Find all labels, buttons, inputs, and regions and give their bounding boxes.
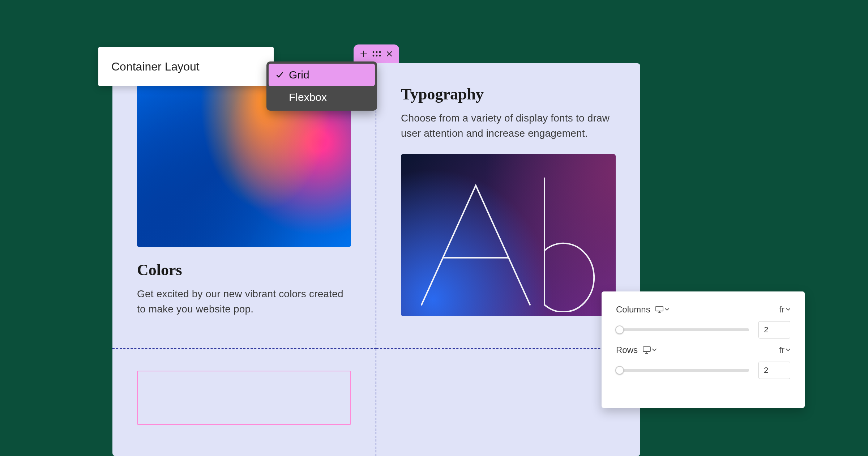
columns-value: 2 (764, 325, 768, 334)
empty-placeholder[interactable] (137, 371, 351, 425)
desktop-icon (643, 346, 651, 354)
menu-item-grid[interactable]: Grid (269, 64, 375, 86)
colors-body: Get excited by our new vibrant colors cr… (137, 286, 351, 317)
grid-cell-typography[interactable]: Typography Choose from a variety of disp… (376, 63, 640, 349)
chevron-down-icon (665, 308, 669, 311)
menu-item-label: Flexbox (289, 91, 327, 103)
svg-point-3 (373, 55, 375, 57)
chevron-down-icon (786, 308, 790, 311)
rows-value-input[interactable]: 2 (758, 362, 790, 379)
menu-item-flexbox[interactable]: Flexbox (269, 86, 375, 108)
columns-value-input[interactable]: 2 (758, 321, 790, 338)
typography-body: Choose from a variety of display fonts t… (401, 111, 616, 141)
chevron-down-icon (786, 349, 790, 351)
layout-dropdown[interactable]: Grid Flexbox (266, 61, 377, 111)
typography-glyph-icon (407, 175, 610, 312)
plus-icon[interactable] (360, 51, 367, 57)
svg-rect-7 (643, 347, 650, 351)
columns-row: Columns fr 2 (616, 304, 790, 338)
rows-row: Rows fr 2 (616, 345, 790, 379)
slider-thumb[interactable] (615, 325, 624, 334)
svg-point-0 (373, 51, 375, 53)
columns-unit-selector[interactable]: fr (779, 304, 790, 315)
desktop-icon (655, 306, 663, 313)
container-layout-panel: Container Layout (98, 47, 274, 86)
device-selector[interactable] (643, 346, 657, 354)
rows-unit-selector[interactable]: fr (779, 345, 790, 355)
check-icon (275, 71, 285, 79)
rows-label: Rows (616, 345, 638, 355)
rows-value: 2 (764, 366, 768, 375)
close-icon[interactable] (386, 51, 392, 57)
slider-thumb[interactable] (615, 366, 624, 375)
container-layout-title: Container Layout (111, 60, 200, 73)
drag-icon[interactable] (372, 51, 381, 57)
section-tab[interactable] (354, 44, 399, 63)
grid-settings-panel: Columns fr 2 Rows (602, 291, 805, 408)
typography-image (401, 154, 616, 316)
svg-point-1 (376, 51, 378, 53)
menu-item-label: Grid (289, 69, 309, 81)
chevron-down-icon (652, 349, 657, 351)
svg-point-5 (379, 55, 381, 57)
device-selector[interactable] (655, 306, 669, 313)
typography-heading: Typography (401, 85, 616, 103)
svg-rect-6 (656, 306, 663, 311)
columns-label: Columns (616, 304, 650, 315)
grid-cell-empty-right[interactable] (376, 349, 640, 456)
columns-slider[interactable] (616, 328, 749, 331)
rows-unit: fr (779, 345, 784, 355)
svg-point-4 (376, 55, 378, 57)
svg-point-2 (379, 51, 381, 53)
columns-unit: fr (779, 304, 784, 315)
grid-cell-empty-left[interactable] (112, 349, 376, 456)
colors-heading: Colors (137, 261, 351, 279)
rows-slider[interactable] (616, 369, 749, 372)
editor-canvas: Colors Get excited by our new vibrant co… (112, 63, 640, 456)
